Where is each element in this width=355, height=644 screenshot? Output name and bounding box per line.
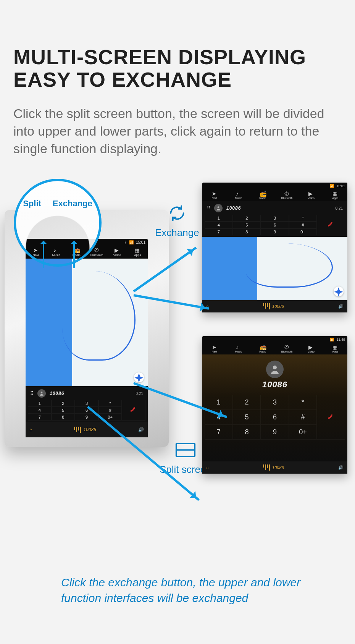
key-3[interactable]: 3	[261, 395, 289, 410]
exchange-icon	[166, 202, 188, 224]
recenter-button[interactable]	[334, 286, 344, 296]
key-hash[interactable]: #	[289, 410, 317, 425]
keypad-icon[interactable]: ⠿	[30, 391, 34, 396]
status-bar: 📶 15:01	[202, 183, 347, 189]
tab-bluetooth[interactable]: ✆Bluetooth	[278, 191, 296, 199]
status-bar: 📶 11:49	[202, 336, 347, 343]
tab-apps[interactable]: ▦Apps	[326, 345, 344, 353]
heading-line-2: EASY TO EXCHANGE	[13, 68, 232, 91]
tab-bluetooth[interactable]: ✆Bluetooth	[278, 345, 296, 353]
tab-video[interactable]: ▶Video	[302, 345, 320, 353]
tab-apps[interactable]: ▦Apps	[129, 248, 146, 257]
now-playing[interactable]: 10086	[263, 303, 284, 309]
tab-radio[interactable]: 📻Radio	[254, 191, 271, 199]
keypad: 1 2 3 * 4 5 6 # 7 8 9 0+	[28, 400, 145, 421]
dialer-pane: ⠿ 10086 0:21 1 2 3 * 4 5 6 # 7 8 9 0+	[202, 201, 347, 237]
now-playing-bar: ⌂ 10086 🔊	[202, 461, 347, 474]
key-0[interactable]: 0+	[289, 228, 317, 235]
key-0[interactable]: 0+	[289, 425, 317, 440]
key-star[interactable]: *	[289, 395, 317, 410]
map-pane[interactable]	[202, 237, 347, 300]
key-2[interactable]: 2	[233, 215, 261, 222]
grid-icon: ▦	[135, 248, 140, 253]
key-star[interactable]: *	[289, 215, 317, 222]
map-pane[interactable]	[26, 259, 148, 386]
tab-navi[interactable]: ➤Navi	[206, 191, 223, 199]
keypad: 1 2 3 * 4 5 6 # 7 8 9 0+	[205, 215, 345, 235]
key-4[interactable]: 4	[28, 407, 52, 414]
split-screen-icon	[175, 439, 196, 461]
key-2[interactable]: 2	[52, 400, 75, 407]
key-9[interactable]: 9	[261, 425, 289, 440]
wifi-icon: 📶	[129, 240, 134, 244]
key-7[interactable]: 7	[205, 228, 233, 235]
hangup-button[interactable]	[317, 215, 345, 235]
key-hash[interactable]: #	[289, 222, 317, 228]
phone-icon: ✆	[94, 248, 100, 253]
recenter-button[interactable]	[134, 372, 144, 382]
now-playing[interactable]: 10086	[74, 427, 96, 433]
bluetooth-icon: ᛒ	[124, 240, 127, 244]
keypad-icon[interactable]: ⠿	[207, 205, 210, 211]
tab-radio[interactable]: 📻Radio	[254, 345, 271, 353]
svg-point-3	[218, 206, 219, 208]
status-time: 15:01	[136, 240, 145, 244]
now-playing[interactable]: 10086	[263, 464, 284, 471]
key-5[interactable]: 5	[52, 407, 75, 414]
key-3[interactable]: 3	[261, 215, 289, 222]
key-1[interactable]: 1	[28, 400, 52, 407]
now-playing-bar: ⌂ 10086 🔊	[26, 422, 148, 437]
key-8[interactable]: 8	[233, 228, 261, 235]
hangup-button[interactable]	[122, 400, 145, 421]
key-1[interactable]: 1	[205, 215, 233, 222]
contact-number: 10086	[226, 205, 241, 211]
status-time: 11:49	[336, 338, 345, 341]
tab-music[interactable]: ♪Music	[230, 191, 247, 199]
app-tab-bar: ➤Navi ♪Music 📻Radio ✆Bluetooth ▶Video ▦A…	[202, 189, 347, 201]
volume-icon[interactable]: 🔊	[138, 427, 144, 432]
svg-point-0	[41, 392, 43, 393]
key-3[interactable]: 3	[75, 400, 98, 407]
key-2[interactable]: 2	[233, 395, 261, 410]
tab-music[interactable]: ♪Music	[230, 345, 247, 353]
play-icon: ▶	[115, 248, 120, 253]
tab-apps[interactable]: ▦Apps	[326, 191, 344, 199]
footer-note: Click the exchange button, the upper and…	[61, 575, 344, 606]
key-8[interactable]: 8	[52, 414, 75, 421]
volume-icon[interactable]: 🔊	[338, 304, 344, 309]
key-6[interactable]: 6	[261, 410, 289, 425]
callout-circle: Split Exchange	[14, 179, 102, 267]
feature-exchange: Exchange	[155, 202, 199, 239]
dialer-pane-full: 10086 1 2 3 * 4 5 6 # 7 8 9 0+	[202, 354, 347, 461]
app-tab-bar: ➤Navi ♪Music 📻Radio ✆Bluetooth ▶Video ▦A…	[202, 343, 347, 354]
key-6[interactable]: 6	[261, 222, 289, 228]
key-7[interactable]: 7	[28, 414, 52, 421]
hangup-icon	[129, 406, 138, 414]
key-star[interactable]: *	[98, 400, 122, 407]
page-title: MULTI-SCREEN DISPLAYING EASY TO EXCHANGE	[13, 46, 306, 91]
call-header: 10086	[205, 357, 345, 393]
map-route	[62, 271, 136, 361]
call-duration: 0:21	[336, 206, 343, 210]
volume-icon[interactable]: 🔊	[338, 465, 344, 470]
key-8[interactable]: 8	[233, 425, 261, 440]
key-9[interactable]: 9	[75, 414, 98, 421]
callout-exchange-label: Exchange	[53, 199, 92, 264]
preview-single: 📶 11:49 ➤Navi ♪Music 📻Radio ✆Bluetooth ▶…	[202, 336, 347, 474]
contact-number: 10086	[50, 391, 64, 396]
tab-video[interactable]: ▶Video	[302, 191, 320, 199]
home-icon[interactable]: ⌂	[206, 465, 209, 470]
key-5[interactable]: 5	[233, 222, 261, 228]
wifi-icon: 📶	[330, 184, 334, 188]
home-icon[interactable]: ⌂	[29, 427, 32, 432]
hangup-button[interactable]	[317, 395, 345, 440]
key-1[interactable]: 1	[205, 395, 233, 410]
tab-video[interactable]: ▶Video	[108, 248, 126, 257]
key-hash[interactable]: #	[98, 407, 122, 414]
tab-navi[interactable]: ➤Navi	[206, 345, 223, 353]
key-9[interactable]: 9	[261, 228, 289, 235]
contact-number: 10086	[262, 380, 287, 390]
key-5[interactable]: 5	[233, 410, 261, 425]
key-4[interactable]: 4	[205, 222, 233, 228]
key-7[interactable]: 7	[205, 425, 233, 440]
